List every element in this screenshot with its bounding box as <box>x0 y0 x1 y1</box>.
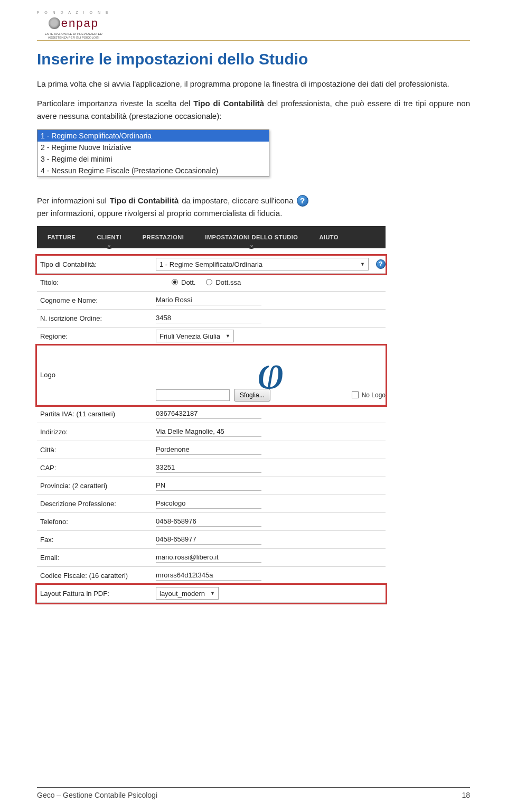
chevron-down-icon: ▼ <box>226 333 230 339</box>
intro-paragraph-1: La prima volta che si avvia l'applicazio… <box>37 78 470 90</box>
label-fax: Fax: <box>37 536 156 544</box>
checkbox-icon <box>352 391 359 398</box>
help-icon[interactable]: ? <box>297 195 308 207</box>
input-piva[interactable]: 03676432187 <box>156 408 261 419</box>
label-cap: CAP: <box>37 464 156 472</box>
nav-tabs: FATTURE CLIENTI ⌄ PRESTAZIONI IMPOSTAZIO… <box>37 226 386 248</box>
label-indirizzo: Indirizzo: <box>37 428 156 436</box>
studio-settings-form: Tipo di Contabilità: 1 - Regime Semplifi… <box>37 256 386 603</box>
radio-dott[interactable]: Dott. <box>172 278 195 286</box>
input-descrizione[interactable]: Psicologo <box>156 498 261 509</box>
input-provincia[interactable]: PN <box>156 480 261 491</box>
label-descrizione: Descrizione Professione: <box>37 500 156 508</box>
label-piva: Partita IVA: (11 caratteri) <box>37 410 156 418</box>
brand-name: enpap <box>61 16 99 30</box>
checkbox-label: No Logo <box>362 391 386 399</box>
row-fax: Fax: 0458-658977 <box>37 531 386 549</box>
row-citta: Città: Pordenone <box>37 441 386 459</box>
brand-tagline: ENTE NAZIONALE DI PREVIDENZA ED ASSISTEN… <box>42 32 105 39</box>
regime-option-3[interactable]: 3 - Regime dei minimi <box>37 153 269 165</box>
select-value: layout_modern <box>159 590 205 598</box>
row-descrizione: Descrizione Professione: Psicologo <box>37 495 386 513</box>
label-email: Email: <box>37 554 156 562</box>
select-tipo-contabilita[interactable]: 1 - Regime Semplificato/Ordinaria ▼ <box>156 258 369 270</box>
row-indirizzo: Indirizzo: Via Delle Magnolie, 45 <box>37 423 386 441</box>
select-layout-pdf[interactable]: layout_modern ▼ <box>156 587 219 600</box>
tab-label: IMPOSTAZIONI DELLO STUDIO <box>205 234 298 240</box>
row-cap: CAP: 33251 <box>37 459 386 477</box>
label-codice-fiscale: Codice Fiscale: (16 caratteri) <box>37 572 156 580</box>
radio-label: Dott. <box>181 278 195 286</box>
label-titolo: Titolo: <box>37 278 156 286</box>
row-regione: Regione: Friuli Venezia Giulia ▼ <box>37 328 386 346</box>
label-regione: Regione: <box>37 332 156 340</box>
row-provincia: Provincia: (2 caratteri) PN <box>37 477 386 495</box>
input-cap[interactable]: 33251 <box>156 462 261 473</box>
row-logo: Logo φ Sfoglia... No Logo <box>37 346 386 405</box>
page-number: 18 <box>462 791 470 799</box>
document-footer: Geco – Gestione Contabile Psicologi 18 <box>37 787 470 799</box>
row-nome: Cognome e Nome: Mario Rossi <box>37 292 386 310</box>
document-header: F O N D A Z I O N E enpap ENTE NAZIONALE… <box>37 11 470 41</box>
label-telefono: Telefono: <box>37 518 156 526</box>
tab-impostazioni[interactable]: IMPOSTAZIONI DELLO STUDIO ⌄ <box>194 226 308 248</box>
chevron-down-icon: ▼ <box>210 591 215 596</box>
brand-logo: F O N D A Z I O N E enpap ENTE NAZIONALE… <box>37 11 110 39</box>
input-email[interactable]: mario.rossi@libero.it <box>156 552 261 563</box>
input-nome[interactable]: Mario Rossi <box>156 295 261 305</box>
radio-icon <box>172 279 178 285</box>
text-span: Per informazioni sul <box>37 196 107 205</box>
globe-icon <box>49 17 60 29</box>
row-titolo: Titolo: Dott. Dott.ssa <box>37 274 386 292</box>
tab-prestazioni[interactable]: PRESTAZIONI <box>132 226 195 248</box>
row-tipo-contabilita: Tipo di Contabilità: 1 - Regime Semplifi… <box>37 256 386 274</box>
text-span: Particolare importanza riveste la scelta… <box>37 99 193 108</box>
section-heading: Inserire le impostazioni dello Studio <box>37 50 470 68</box>
label-tipo-contabilita: Tipo di Contabilità: <box>37 260 156 268</box>
row-email: Email: mario.rossi@libero.it <box>37 549 386 567</box>
tab-clienti[interactable]: CLIENTI ⌄ <box>86 226 132 248</box>
tab-aiuto[interactable]: AIUTO <box>308 226 349 248</box>
input-fax[interactable]: 0458-658977 <box>156 534 261 545</box>
tab-label: CLIENTI <box>97 234 121 240</box>
checkbox-no-logo[interactable]: No Logo <box>352 391 386 399</box>
row-codice-fiscale: Codice Fiscale: (16 caratteri) mrorss64d… <box>37 567 386 585</box>
emphasis-tipo-contabilita: Tipo di Contabilità <box>193 99 264 108</box>
chevron-down-icon: ⌄ <box>107 241 112 248</box>
row-layout-pdf: Layout Fattura in PDF: layout_modern ▼ <box>37 585 386 603</box>
regime-option-1[interactable]: 1 - Regime Semplificato/Ordinaria <box>37 130 269 142</box>
brand-smallcaps: F O N D A Z I O N E <box>37 11 110 14</box>
radio-dottssa[interactable]: Dott.ssa <box>206 278 241 286</box>
label-citta: Città: <box>37 446 156 454</box>
tab-fatture[interactable]: FATTURE <box>37 226 86 248</box>
footer-title: Geco – Gestione Contabile Psicologi <box>37 791 157 799</box>
radio-label: Dott.ssa <box>215 278 241 286</box>
text-span: per informazioni, oppure rivolgersi al p… <box>37 209 282 218</box>
row-telefono: Telefono: 0458-658976 <box>37 513 386 531</box>
text-span: da impostare, cliccare sull'icona <box>182 196 293 205</box>
browse-button[interactable]: Sfoglia... <box>234 389 270 402</box>
select-value: Friuli Venezia Giulia <box>159 332 220 340</box>
regime-option-4[interactable]: 4 - Nessun Regime Fiscale (Prestazione O… <box>37 165 269 176</box>
chevron-down-icon: ⌄ <box>249 241 255 248</box>
select-regione[interactable]: Friuli Venezia Giulia ▼ <box>156 330 234 342</box>
label-layout-pdf: Layout Fattura in PDF: <box>37 590 156 598</box>
chevron-down-icon: ▼ <box>360 262 365 267</box>
radio-icon <box>206 279 212 285</box>
label-iscrizione: N. iscrizione Ordine: <box>37 314 156 322</box>
regime-option-2[interactable]: 2 - Regime Nuove Iniziative <box>37 142 269 153</box>
input-citta[interactable]: Pordenone <box>156 444 261 455</box>
select-value: 1 - Regime Semplificato/Ordinaria <box>159 260 262 268</box>
label-provincia: Provincia: (2 caratteri) <box>37 482 156 490</box>
regime-dropdown-list: 1 - Regime Semplificato/Ordinaria 2 - Re… <box>37 129 269 177</box>
input-telefono[interactable]: 0458-658976 <box>156 516 261 527</box>
input-logo-path[interactable] <box>156 389 230 401</box>
intro-paragraph-2: Particolare importanza riveste la scelta… <box>37 97 470 122</box>
help-icon[interactable]: ? <box>376 259 386 269</box>
input-indirizzo[interactable]: Via Delle Magnolie, 45 <box>156 426 261 437</box>
row-iscrizione: N. iscrizione Ordine: 3458 <box>37 310 386 328</box>
emphasis-tipo-contabilita: Tipo di Contabilità <box>110 196 179 205</box>
input-codice-fiscale[interactable]: mrorss64d12t345a <box>156 570 261 581</box>
label-nome: Cognome e Nome: <box>37 296 156 304</box>
input-iscrizione[interactable]: 3458 <box>156 313 261 323</box>
